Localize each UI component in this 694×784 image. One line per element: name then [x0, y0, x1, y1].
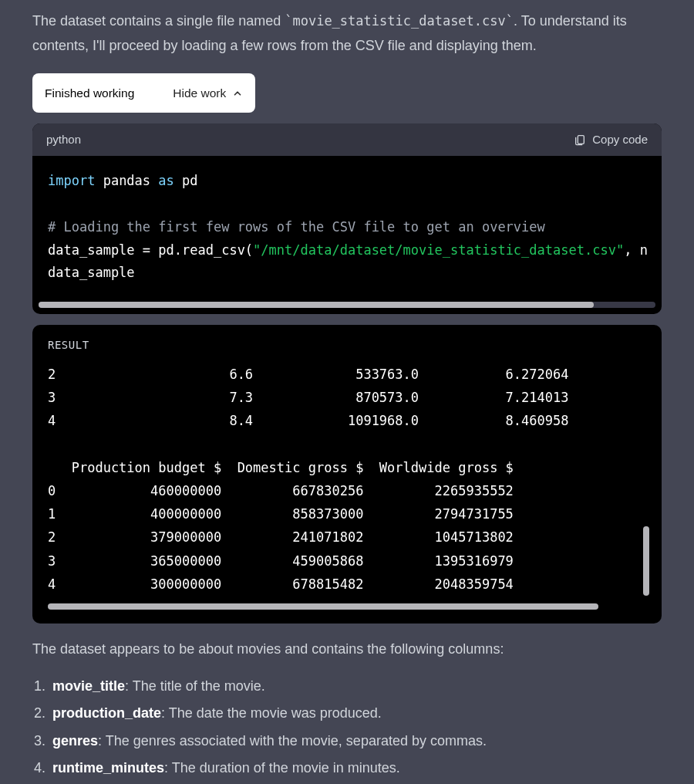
- result-horizontal-scrollbar[interactable]: [48, 603, 598, 610]
- result-clipped-row: 1 8.4 1143642.0 8.483668: [48, 357, 646, 363]
- code-content[interactable]: import pandas as pd # Loading the first …: [32, 156, 662, 302]
- code-token: # Loading the first few rows of the CSV …: [48, 219, 545, 235]
- code-token: import: [48, 173, 95, 188]
- result-block: RESULT 1 8.4 1143642.0 8.483668 2 6.6 53…: [32, 325, 662, 623]
- code-token: pandas: [95, 173, 158, 188]
- column-name: genres: [52, 733, 98, 749]
- code-token: data_sample: [48, 265, 135, 280]
- copy-code-label: Copy code: [592, 130, 648, 150]
- chevron-up-icon: [232, 88, 243, 99]
- result-label: RESULT: [48, 336, 646, 355]
- svg-rect-0: [578, 136, 585, 144]
- columns-list: movie_title: The title of the movie. pro…: [32, 674, 662, 781]
- intro-paragraph: The dataset contains a single file named…: [32, 9, 662, 58]
- code-token: as: [158, 173, 174, 188]
- code-token: pd: [174, 173, 198, 188]
- clipboard-icon: [574, 133, 586, 146]
- column-name: production_date: [52, 705, 161, 721]
- code-language-label: python: [46, 130, 81, 150]
- scrollbar-thumb[interactable]: [39, 302, 594, 308]
- code-token: data_sample = pd.read_csv(: [48, 242, 253, 258]
- column-name: runtime_minutes: [52, 760, 164, 776]
- work-toggle-card[interactable]: Finished working Hide work: [32, 73, 255, 113]
- list-item: genres: The genres associated with the m…: [49, 729, 662, 754]
- list-item: runtime_minutes: The duration of the mov…: [49, 756, 662, 781]
- code-token: "/mnt/data/dataset/movie_statistic_datas…: [253, 242, 624, 258]
- list-item: movie_title: The title of the movie.: [49, 674, 662, 699]
- column-name: movie_title: [52, 678, 125, 694]
- intro-inline-code: `movie_statistic_dataset.csv`: [285, 13, 514, 29]
- column-desc: : The genres associated with the movie, …: [98, 733, 487, 749]
- hide-work-button[interactable]: Hide work: [173, 83, 243, 103]
- column-desc: : The duration of the movie in minutes.: [164, 760, 400, 776]
- message-body: The dataset contains a single file named…: [0, 0, 694, 781]
- result-vertical-scrollbar[interactable]: [643, 526, 649, 596]
- code-header: python Copy code: [32, 123, 662, 156]
- code-block: python Copy code import pandas as pd # L…: [32, 123, 662, 314]
- code-token: , n: [624, 242, 648, 258]
- work-status-label: Finished working: [45, 83, 134, 103]
- result-content[interactable]: 2 6.6 533763.0 6.272064 3 7.3 870573.0 7…: [48, 363, 646, 596]
- followup-paragraph: The dataset appears to be about movies a…: [32, 637, 662, 662]
- hide-work-label: Hide work: [173, 83, 226, 103]
- column-desc: : The date the movie was produced.: [161, 705, 382, 721]
- column-desc: : The title of the movie.: [125, 678, 265, 694]
- copy-code-button[interactable]: Copy code: [574, 130, 648, 150]
- code-horizontal-scrollbar[interactable]: [39, 302, 655, 308]
- list-item: production_date: The date the movie was …: [49, 701, 662, 726]
- intro-text-pre: The dataset contains a single file named: [32, 13, 285, 29]
